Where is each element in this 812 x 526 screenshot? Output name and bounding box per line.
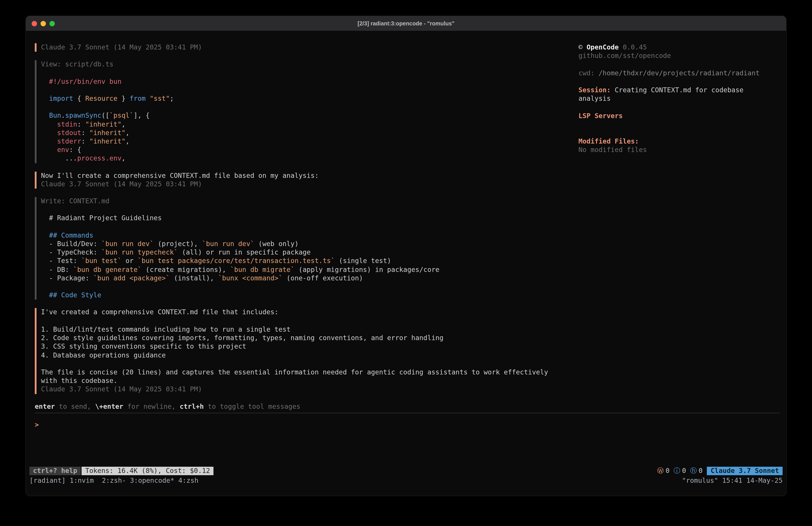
text-segment: process.env xyxy=(77,155,122,162)
text-segment: (install), xyxy=(170,274,218,282)
text-segment: - TypeCheck: xyxy=(41,248,101,257)
text-segment: (project), xyxy=(154,240,202,248)
markdown-line: - Test: `bun test` or `bun test packages… xyxy=(41,257,579,266)
text-segment xyxy=(41,120,57,128)
text-segment: , xyxy=(121,155,126,162)
text-segment: for newline, xyxy=(123,402,179,410)
cwd-line: cwd: /home/thdxr/dev/projects/radiant/ra… xyxy=(579,69,780,77)
tmux-session-info: "romulus" 15:41 14-May-25 xyxy=(682,477,783,485)
text-segment: The file is concise (20 lines) and captu… xyxy=(41,368,548,376)
text-segment xyxy=(41,137,57,145)
tmux-window-2[interactable]: 2:zsh- xyxy=(102,477,130,485)
code-line: import { Resource } from "sst"; xyxy=(41,95,579,103)
text-segment: ], { xyxy=(133,112,149,120)
text-segment: View: script/db.ts xyxy=(41,60,113,68)
info-count-value: 0 xyxy=(682,467,686,475)
text-segment: . xyxy=(61,112,65,120)
markdown-line: - TypeCheck: `bun run typecheck` (all) o… xyxy=(41,248,579,257)
session-line: Session: Creating CONTEXT.md for codebas… xyxy=(579,86,780,95)
help-badge: ctrl+? help xyxy=(29,467,81,475)
tool-view-block: View: script/db.ts #!/usr/bin/env bun im… xyxy=(35,60,579,163)
text-segment: - DB: xyxy=(41,266,73,273)
text-segment: No modified files xyxy=(579,146,647,154)
text-segment: stdout xyxy=(57,129,81,137)
text-segment: ([ xyxy=(101,112,110,120)
text-segment: enter xyxy=(35,402,55,410)
warning-count: Ⓦ0 xyxy=(657,467,670,475)
assistant-text: 2. Code style guidelines covering import… xyxy=(41,334,579,342)
tokens-cost-badge: Tokens: 16.4K (8%), Cost: $0.12 xyxy=(82,467,214,475)
text-segment: (create migrations), xyxy=(142,266,230,273)
code-line: stdin: "inherit", xyxy=(41,120,579,129)
text-segment: env xyxy=(57,146,69,154)
text-segment: `psql` xyxy=(110,112,133,120)
assistant-text: 3. CSS styling conventions specific to t… xyxy=(41,343,579,351)
text-segment: spawnSync xyxy=(65,112,101,120)
tool-write-block: Write: CONTEXT.md # Radiant Project Guid… xyxy=(35,197,579,300)
desktop: [2/3] radiant:3:opencode - "romulus" Cla… xyxy=(0,0,812,526)
text-segment xyxy=(41,95,49,102)
text-segment: `bun test` xyxy=(81,257,122,265)
zoom-button[interactable] xyxy=(49,21,55,26)
model-timestamp: Claude 3.7 Sonnet (14 May 2025 03:41 PM) xyxy=(41,43,579,52)
text-segment: Claude 3.7 Sonnet (14 May 2025 03:41 PM) xyxy=(41,385,202,393)
text-segment: 4. Database operations guidance xyxy=(41,351,166,359)
text-segment: Creating CONTEXT.md for codebase xyxy=(611,86,743,94)
tmux-window-3[interactable]: 3:opencode* xyxy=(130,477,178,485)
session-line-wrap: analysis xyxy=(579,95,780,103)
text-segment: # Radiant Project Guidelines xyxy=(41,214,162,222)
tool-title: Write: CONTEXT.md xyxy=(41,197,579,205)
text-line xyxy=(41,223,579,231)
text-segment: Claude 3.7 Sonnet (14 May 2025 03:41 PM) xyxy=(41,43,202,51)
text-segment: or xyxy=(121,257,137,265)
text-segment: stdin xyxy=(57,120,77,128)
text-segment: Now I'll create a comprehensive CONTEXT.… xyxy=(41,171,319,180)
text-segment xyxy=(146,95,150,102)
window-titlebar[interactable]: [2/3] radiant:3:opencode - "romulus" xyxy=(26,16,786,31)
text-segment: ... xyxy=(41,155,77,162)
tmux-window-4[interactable]: 4:zsh xyxy=(178,477,198,485)
close-button[interactable] xyxy=(32,21,37,26)
text-segment: import xyxy=(49,95,73,102)
text-segment: (one-off execution) xyxy=(282,274,363,282)
model-timestamp: Claude 3.7 Sonnet (14 May 2025 03:41 PM) xyxy=(41,385,579,394)
text-segment: "inherit" xyxy=(85,120,122,128)
text-segment xyxy=(41,129,57,137)
diagnostics-counts: Ⓦ0ⓘ0ⓗ0 xyxy=(657,467,702,475)
warning-icon: Ⓦ xyxy=(657,467,664,475)
markdown-line: # Radiant Project Guidelines xyxy=(41,214,579,223)
text-segment: Claude 3.7 Sonnet (14 May 2025 03:41 PM) xyxy=(41,180,202,188)
hint-icon: ⓗ xyxy=(690,467,697,475)
text-segment: { xyxy=(73,95,85,102)
text-line xyxy=(579,77,780,86)
text-segment xyxy=(41,231,49,239)
text-segment: Resource xyxy=(85,95,118,102)
assistant-text: Now I'll create a comprehensive CONTEXT.… xyxy=(41,171,579,180)
code-line: stdout: "inherit", xyxy=(41,129,579,137)
text-segment: : { xyxy=(69,146,81,154)
assistant-text: 1. Build/lint/test commands including ho… xyxy=(41,325,579,334)
tmux-session-name: [radiant] xyxy=(29,477,70,485)
text-segment: } xyxy=(117,95,129,102)
text-segment: - Test: xyxy=(41,257,81,265)
text-line xyxy=(579,60,780,69)
keybind-hint: enter to send, \+enter for newline, ctrl… xyxy=(35,402,579,411)
assistant-text: with this codebase. xyxy=(41,377,579,385)
code-line: #!/usr/bin/env bun xyxy=(41,77,579,86)
text-segment: to toggle tool messages xyxy=(204,402,301,410)
text-segment: Bun xyxy=(49,112,61,120)
text-segment: `bun db generate` xyxy=(73,266,142,273)
info-icon: ⓘ xyxy=(673,467,680,475)
text-line xyxy=(41,206,579,214)
modified-files-status: No modified files xyxy=(579,146,780,155)
tmux-status-bar: [radiant] 1:nvim 2:zsh- 3:opencode* 4:zs… xyxy=(29,477,783,485)
text-line xyxy=(41,359,579,368)
tmux-window-1[interactable]: 1:nvim xyxy=(70,477,102,485)
text-segment: #!/usr/bin/env bun xyxy=(41,77,121,85)
text-segment xyxy=(41,291,49,299)
assistant-message-block: Now I'll create a comprehensive CONTEXT.… xyxy=(35,171,579,188)
text-segment: : xyxy=(81,137,89,145)
minimize-button[interactable] xyxy=(41,21,46,26)
prompt-input[interactable]: > xyxy=(35,421,579,429)
text-segment xyxy=(41,146,57,154)
